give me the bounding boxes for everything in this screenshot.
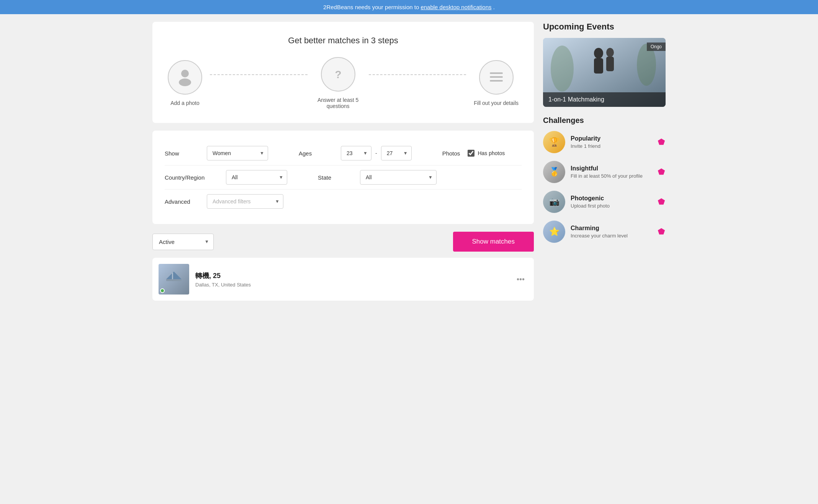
insightful-desc: Fill in at least 50% of your profile: [571, 173, 652, 179]
age-min-wrapper: 18192021 22232425 ▼: [341, 146, 371, 160]
notification-text: 2RedBeans needs your permission to: [323, 4, 420, 10]
challenge-charming: ⭐ Charming Increase your charm level: [543, 221, 666, 243]
popularity-icon: 🏆: [543, 131, 565, 153]
svg-point-1: [179, 79, 191, 86]
svg-rect-15: [606, 57, 614, 71]
insightful-text: Insightful Fill in at least 50% of your …: [571, 165, 652, 179]
svg-point-0: [181, 70, 189, 77]
popularity-text: Popularity Invite 1 friend: [571, 135, 652, 149]
step-connector-1: [210, 74, 308, 75]
steps-title: Get better matches in 3 steps: [168, 36, 519, 46]
state-label: State: [318, 174, 352, 181]
person-icon: [175, 68, 195, 87]
photogenic-icon: 📷: [543, 191, 565, 213]
step-1-label: Add a photo: [170, 100, 200, 106]
show-select[interactable]: Women Men Both: [207, 146, 268, 160]
charming-gem: [657, 227, 666, 236]
show-label: Show: [165, 150, 199, 157]
profile-name: 轉機, 25: [195, 271, 507, 280]
profile-menu-button[interactable]: •••: [514, 272, 528, 287]
filter-row-3: Advanced Advanced filters Height Educati…: [165, 189, 522, 213]
popularity-gem: [657, 138, 666, 146]
advanced-select-wrapper: Advanced filters Height Education Body T…: [207, 194, 283, 209]
svg-rect-3: [490, 72, 503, 74]
svg-rect-4: [490, 76, 503, 78]
online-indicator: [160, 288, 165, 293]
charming-name: Charming: [571, 225, 652, 232]
show-select-wrapper: Women Men Both ▼: [207, 146, 268, 160]
step-1-circle: [168, 60, 202, 95]
svg-point-14: [606, 48, 614, 57]
svg-marker-7: [166, 272, 182, 279]
ages-separator: -: [375, 150, 377, 156]
upcoming-events-title: Upcoming Events: [543, 22, 666, 32]
svg-rect-8: [172, 273, 173, 279]
photos-label: Photos: [442, 150, 460, 157]
state-select[interactable]: All Texas California New York: [360, 170, 437, 185]
charming-text: Charming Increase your charm level: [571, 225, 652, 239]
active-select[interactable]: Active New Online: [152, 234, 214, 250]
step-3: Fill out your details: [474, 60, 519, 106]
filters-card: Show Women Men Both ▼ Ages 18192021: [152, 131, 534, 224]
event-card[interactable]: Ongo 1-on-1 Matchmaking: [543, 38, 666, 107]
notification-bar: 2RedBeans needs your permission to enabl…: [0, 0, 818, 14]
svg-point-12: [594, 48, 603, 59]
popularity-desc: Invite 1 friend: [571, 143, 652, 149]
has-photos-group: Has photos: [468, 150, 505, 157]
svg-marker-18: [658, 198, 665, 205]
sidebar: Upcoming Events: [543, 22, 666, 301]
notification-link[interactable]: enable desktop notifications: [420, 4, 491, 10]
step-connector-2: [369, 74, 466, 75]
photogenic-desc: Upload first photo: [571, 203, 652, 209]
age-min-select[interactable]: 18192021 22232425: [341, 146, 371, 160]
filter-row-1: Show Women Men Both ▼ Ages 18192021: [165, 141, 522, 165]
bottom-controls: Active New Online ▼ Show matches: [152, 232, 534, 252]
ages-label: Ages: [299, 150, 333, 157]
advanced-label: Advanced: [165, 198, 199, 205]
insightful-icon: 🥇: [543, 161, 565, 183]
step-2-circle: ?: [321, 57, 355, 92]
ages-group: 18192021 22232425 ▼ - 24252627 282930 ▼: [341, 146, 412, 160]
filter-row-2: Country/Region All United States Canada …: [165, 165, 522, 189]
charming-desc: Increase your charm level: [571, 233, 652, 239]
svg-point-10: [551, 46, 574, 92]
svg-marker-17: [658, 169, 665, 175]
steps-row: Add a photo ? Answer at least 5 question…: [168, 57, 519, 109]
challenge-photogenic: 📷 Photogenic Upload first photo: [543, 191, 666, 213]
event-title: 1-on-1 Matchmaking: [543, 92, 666, 107]
step-2-label: Answer at least 5 questions: [315, 97, 361, 109]
insightful-gem: [657, 168, 666, 176]
svg-rect-5: [490, 80, 503, 82]
step-1: Add a photo: [168, 60, 202, 106]
has-photos-label: Has photos: [478, 150, 505, 156]
photogenic-text: Photogenic Upload first photo: [571, 195, 652, 209]
country-select[interactable]: All United States Canada China: [226, 170, 287, 185]
notification-suffix: .: [493, 4, 495, 10]
main-content: Get better matches in 3 steps Add a phot…: [152, 22, 534, 301]
advanced-select[interactable]: Advanced filters Height Education Body T…: [207, 194, 283, 209]
event-ongoing-badge: Ongo: [647, 43, 666, 51]
challenge-insightful: 🥇 Insightful Fill in at least 50% of you…: [543, 161, 666, 183]
step-3-circle: [479, 60, 514, 95]
main-layout: Get better matches in 3 steps Add a phot…: [141, 14, 677, 308]
step-3-label: Fill out your details: [474, 100, 519, 106]
active-select-wrapper: Active New Online ▼: [152, 234, 214, 250]
svg-marker-16: [658, 139, 665, 145]
profile-card: 轉機, 25 Dallas, TX, United States •••: [152, 258, 534, 301]
challenges-title: Challenges: [543, 116, 666, 125]
svg-rect-13: [594, 58, 603, 74]
step-2: ? Answer at least 5 questions: [315, 57, 361, 109]
profile-info: 轉機, 25 Dallas, TX, United States: [195, 271, 507, 288]
profile-location: Dallas, TX, United States: [195, 282, 507, 288]
svg-text:?: ?: [335, 69, 341, 80]
state-select-wrapper: All Texas California New York ▼: [360, 170, 437, 185]
age-max-select[interactable]: 24252627 282930: [381, 146, 412, 160]
svg-marker-19: [658, 228, 665, 235]
show-matches-button[interactable]: Show matches: [453, 232, 534, 252]
has-photos-checkbox[interactable]: [468, 150, 474, 157]
photogenic-name: Photogenic: [571, 195, 652, 202]
age-max-wrapper: 24252627 282930 ▼: [381, 146, 412, 160]
profile-image-wrapper: [159, 264, 189, 295]
photogenic-gem: [657, 198, 666, 206]
profile-avatar-icon: [164, 270, 183, 289]
